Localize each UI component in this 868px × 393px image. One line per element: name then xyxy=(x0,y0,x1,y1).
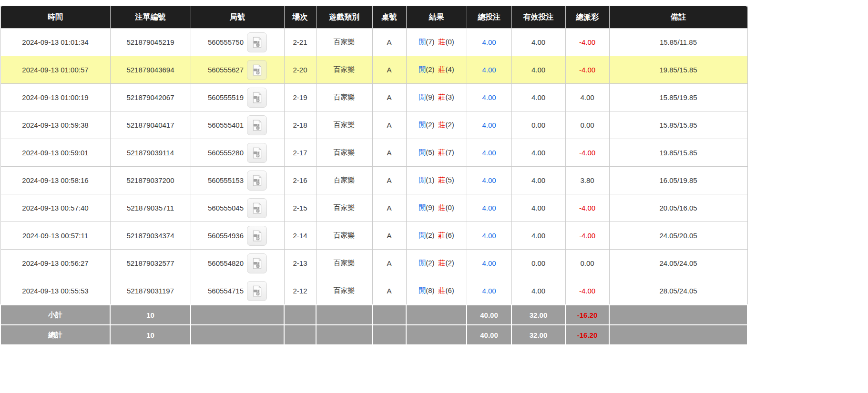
round-video-replay-button[interactable] xyxy=(247,115,267,135)
total-bet-link[interactable]: 4.00 xyxy=(482,149,496,157)
round-id-cell: 560555519 xyxy=(191,84,284,111)
result-cell: 閒(8)莊(6) xyxy=(406,277,467,305)
time-cell: 2024-09-13 01:00:19 xyxy=(0,84,110,111)
table-no-text: A xyxy=(387,38,391,46)
round-id-group: 560554936 xyxy=(191,226,284,246)
table-row[interactable]: 2024-09-13 01:00:57521879043694560555627… xyxy=(0,56,747,84)
round-id-text: 560555280 xyxy=(208,149,244,157)
remark-text: 28.05/24.05 xyxy=(659,287,697,295)
bet-id-text: 521879039114 xyxy=(127,149,174,157)
valid-bet-cell: 4.00 xyxy=(511,84,565,111)
banker-result-label: 莊 xyxy=(439,93,446,101)
total-bet-link[interactable]: 4.00 xyxy=(482,176,496,184)
banker-result-points: (6) xyxy=(446,286,454,294)
round-video-replay-button[interactable] xyxy=(247,226,267,246)
session-cell: 2-15 xyxy=(284,194,316,222)
round-id-group: 560555045 xyxy=(191,198,284,218)
records-body: 2024-09-13 01:01:34521879045219560555750… xyxy=(0,29,747,305)
total-bet-link[interactable]: 4.00 xyxy=(482,121,496,129)
table-row[interactable]: 2024-09-13 01:01:34521879045219560555750… xyxy=(0,29,747,56)
table-row[interactable]: 2024-09-13 01:00:19521879042067560555519… xyxy=(0,84,747,111)
bet-id-cell: 521879031197 xyxy=(110,277,191,305)
remark-text: 15.85/11.85 xyxy=(660,38,697,46)
payout-text: -4.00 xyxy=(579,204,595,212)
player-result-label: 閒 xyxy=(419,203,426,212)
player-result-points: (2) xyxy=(426,259,434,267)
total-bet-cell: 4.00 xyxy=(467,167,511,194)
round-id-cell: 560555750 xyxy=(191,29,284,56)
table-no-text: A xyxy=(387,93,391,101)
round-video-replay-button[interactable] xyxy=(247,88,267,108)
subtotal-count-cell: 10 xyxy=(110,305,191,325)
bet-id-cell: 521879034374 xyxy=(110,222,191,250)
round-id-group: 560555519 xyxy=(191,88,284,108)
valid-bet-text: 0.00 xyxy=(531,259,545,267)
remark-text: 24.05/20.05 xyxy=(659,232,697,240)
grand-total-count-cell: 10 xyxy=(110,325,191,345)
session-text: 2-15 xyxy=(293,204,307,212)
round-video-replay-button[interactable] xyxy=(247,198,267,218)
total-bet-cell: 4.00 xyxy=(467,56,511,84)
subtotal-game-cell xyxy=(316,305,372,325)
payout-cell: -4.00 xyxy=(565,194,609,222)
total-bet-link[interactable]: 4.00 xyxy=(482,38,496,46)
time-text: 2024-09-13 00:57:11 xyxy=(22,232,88,240)
bet-id-cell: 521879039114 xyxy=(110,139,191,167)
grand-total-valid-bet: 32.00 xyxy=(530,331,548,339)
bet-id-text: 521879043694 xyxy=(126,66,174,74)
table-row[interactable]: 2024-09-13 00:59:01521879039114560555280… xyxy=(0,139,747,167)
bet-id-cell: 521879043694 xyxy=(110,56,191,84)
time-text: 2024-09-13 00:55:53 xyxy=(22,287,88,295)
total-bet-link[interactable]: 4.00 xyxy=(482,204,496,212)
table-no-cell: A xyxy=(372,29,406,56)
total-bet-cell: 4.00 xyxy=(467,84,511,111)
payout-cell: -4.00 xyxy=(565,56,609,84)
payout-cell: 0.00 xyxy=(565,111,609,139)
time-text: 2024-09-13 01:00:19 xyxy=(22,93,88,101)
round-id-cell: 560554936 xyxy=(191,222,284,250)
valid-bet-cell: 4.00 xyxy=(511,167,565,194)
column-header-valid_bet: 有效投注 xyxy=(511,6,565,29)
table-no-cell: A xyxy=(372,277,406,305)
table-row[interactable]: 2024-09-13 00:58:16521879037200560555153… xyxy=(0,167,747,194)
total-bet-link[interactable]: 4.00 xyxy=(482,66,496,74)
subtotal-payout-cell: -16.20 xyxy=(565,305,609,325)
session-cell: 2-20 xyxy=(284,56,316,84)
round-video-replay-button[interactable] xyxy=(247,32,267,52)
round-id-cell: 560555280 xyxy=(191,139,284,167)
video-file-icon xyxy=(251,230,263,242)
bet-id-text: 521879040417 xyxy=(126,121,174,129)
round-video-replay-button[interactable] xyxy=(247,143,267,163)
table-row[interactable]: 2024-09-13 00:55:53521879031197560554715… xyxy=(0,277,747,305)
subtotal-total-bet-cell: 40.00 xyxy=(467,305,511,325)
valid-bet-cell: 4.00 xyxy=(511,277,565,305)
valid-bet-cell: 4.00 xyxy=(511,29,565,56)
total-bet-link[interactable]: 4.00 xyxy=(482,232,496,240)
game-type-text: 百家樂 xyxy=(334,65,355,73)
total-bet-cell: 4.00 xyxy=(467,250,511,277)
result-cell: 閒(2)莊(4) xyxy=(406,56,467,84)
player-result-label: 閒 xyxy=(419,176,426,184)
round-video-replay-button[interactable] xyxy=(247,60,267,80)
total-bet-link[interactable]: 4.00 xyxy=(482,93,496,101)
round-id-group: 560555280 xyxy=(191,143,284,163)
session-cell: 2-12 xyxy=(284,277,316,305)
round-video-replay-button[interactable] xyxy=(247,281,267,301)
table-row[interactable]: 2024-09-13 00:59:38521879040417560555401… xyxy=(0,111,747,139)
grand-total-result-cell xyxy=(406,325,467,345)
banker-result-points: (2) xyxy=(446,259,454,267)
table-no-text: A xyxy=(387,176,391,184)
total-bet-link[interactable]: 4.00 xyxy=(482,259,496,267)
valid-bet-text: 4.00 xyxy=(531,287,545,295)
total-bet-cell: 4.00 xyxy=(467,277,511,305)
total-bet-link[interactable]: 4.00 xyxy=(482,287,496,295)
round-video-replay-button[interactable] xyxy=(247,253,267,273)
table-row[interactable]: 2024-09-13 00:56:27521879032577560554820… xyxy=(0,250,747,277)
grand-total-total-bet: 40.00 xyxy=(480,331,498,339)
time-text: 2024-09-13 00:58:16 xyxy=(22,176,88,184)
round-video-replay-button[interactable] xyxy=(247,171,267,191)
bet-id-text: 521879042067 xyxy=(126,93,174,101)
table-row[interactable]: 2024-09-13 00:57:11521879034374560554936… xyxy=(0,222,747,250)
banker-result-label: 莊 xyxy=(439,259,446,267)
table-row[interactable]: 2024-09-13 00:57:40521879035711560555045… xyxy=(0,194,747,222)
